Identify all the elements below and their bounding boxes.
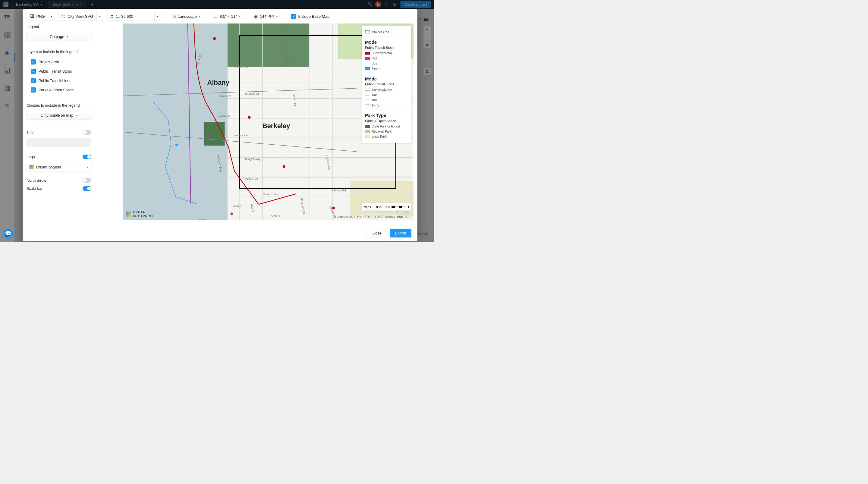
format-select[interactable]: 🖼 PNG ▾	[27, 12, 55, 21]
hexagon-icon: ⬡	[62, 14, 65, 19]
checkbox-icon: ✓	[31, 87, 36, 93]
checkbox-icon: ✓	[31, 78, 36, 83]
map-attribution: © URBANFOOTPRINT © MAPBOX © OPENSTREETMA…	[334, 215, 411, 218]
layer-checkbox-project-area[interactable]: ✓ Project Area	[27, 57, 117, 67]
logo-label: Logo	[27, 155, 35, 159]
chevron-down-icon: ▾	[51, 14, 52, 18]
export-modal: 🖼 PNG ▾ ⬡ City View SVG ▾ ⊏ 1 : 36,920 ▾	[23, 9, 417, 241]
uf-logo: URBAN FOOTPRINT	[126, 210, 153, 218]
layer-checkbox-parks[interactable]: ✓ Parks & Open Space	[27, 85, 117, 95]
title-input[interactable]	[27, 138, 91, 147]
city-label-albany: Albany	[207, 79, 229, 86]
page-size-icon: ▭	[214, 14, 218, 19]
chevron-down-icon: ▾	[199, 14, 200, 18]
mapbox-logo: © mapbox	[394, 211, 410, 215]
layer-checkbox-transit-lines[interactable]: ✓ Public Transit Lines	[27, 76, 117, 85]
intercom-launcher[interactable]: 💬	[3, 229, 13, 239]
chevron-down-icon: ▾	[157, 14, 158, 18]
layers-section-label: Layers to include in the legend	[27, 50, 117, 54]
map-legend: Project Area Mode Public Transit Stops S…	[362, 26, 411, 143]
chevron-down-icon: ▾	[87, 165, 89, 169]
north-arrow-label: North arrow	[27, 178, 46, 183]
map-scale-bar: Miles 0 0.25 0.50 1	[362, 203, 411, 211]
scale-bar-toggle[interactable]	[83, 186, 91, 191]
export-toolbar: 🖼 PNG ▾ ⬡ City View SVG ▾ ⊏ 1 : 36,920 ▾	[23, 9, 417, 24]
chevron-down-icon: ▾	[239, 14, 241, 18]
resolution-icon: ▦	[254, 14, 258, 19]
classes-select[interactable]: Only visible on map ▾	[27, 111, 91, 120]
logo-select[interactable]: UrbanFootprint ▾	[27, 163, 91, 172]
close-button[interactable]: Close	[366, 229, 387, 238]
divider	[27, 125, 91, 125]
filter-icon: ⊏	[110, 14, 114, 19]
chevron-down-icon: ▾	[76, 114, 78, 117]
paper-size-select[interactable]: ▭ 8.5" × 11" ▾	[212, 14, 242, 19]
chevron-down-icon: ▾	[276, 14, 278, 18]
scale-select[interactable]: ⊏ 1 : 36,920 ▾	[107, 12, 161, 21]
legend-section-label: Legend	[27, 24, 117, 29]
chevron-down-icon: ▾	[67, 35, 68, 38]
logo-icon	[30, 165, 34, 170]
logo-toggle[interactable]	[83, 155, 91, 159]
svg-style-select[interactable]: ⬡ City View SVG ▾	[59, 12, 103, 21]
checkbox-icon: ✓	[31, 59, 36, 64]
map-preview: Albany Berkeley Pierce St Solano Ave Mar…	[123, 24, 413, 220]
city-label-berkeley: Berkeley	[262, 122, 290, 129]
image-icon: 🖼	[30, 14, 34, 19]
classes-section-label: Classes to include in the legend	[27, 103, 117, 108]
title-label: Title	[27, 130, 33, 135]
checkbox-icon: ✓	[291, 14, 296, 19]
modal-footer: Close Export	[23, 225, 417, 241]
layer-checkbox-transit-stops[interactable]: ✓ Public Transit Stops	[27, 67, 117, 76]
orientation-icon: ⎚	[173, 14, 176, 19]
legend-position-select[interactable]: On page ▾	[27, 32, 91, 41]
dpi-select[interactable]: ▦ 144 PPI ▾	[252, 14, 279, 19]
north-arrow-toggle[interactable]	[83, 178, 91, 183]
checkbox-icon: ✓	[31, 69, 36, 74]
orientation-select[interactable]: ⎚ Landscape ▾	[172, 14, 202, 19]
include-basemap-toggle[interactable]: ✓ Include Base Map	[289, 14, 331, 19]
chevron-down-icon: ▾	[99, 14, 101, 18]
title-toggle[interactable]	[83, 130, 91, 135]
export-button[interactable]: Export	[390, 229, 411, 238]
scale-bar-label: Scale bar	[27, 186, 42, 191]
export-options-panel: Legend On page ▾ Layers to include in th…	[27, 24, 123, 225]
